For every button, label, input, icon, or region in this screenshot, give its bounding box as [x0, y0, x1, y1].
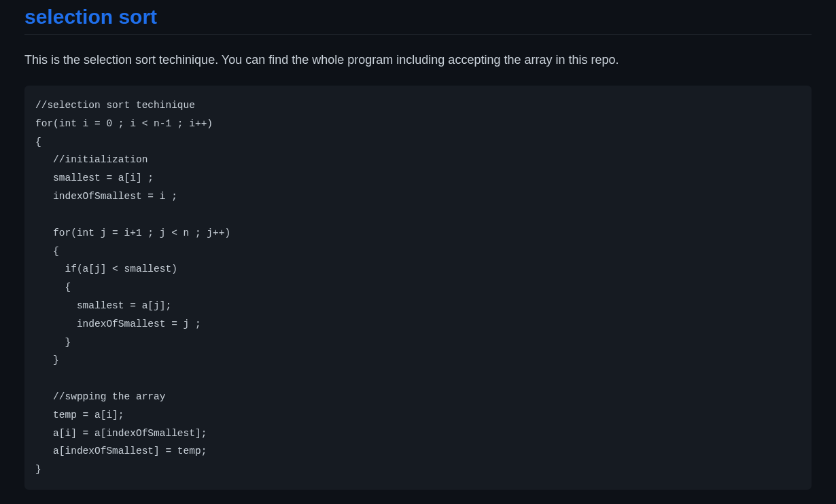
code-block: //selection sort techinique for(int i = …: [24, 86, 812, 490]
section-heading[interactable]: selection sort: [24, 5, 812, 35]
readme-content: selection sort This is the selection sor…: [0, 5, 836, 490]
code-content: //selection sort techinique for(int i = …: [35, 96, 801, 479]
section-description: This is the selection sort techinique. Y…: [24, 51, 812, 69]
